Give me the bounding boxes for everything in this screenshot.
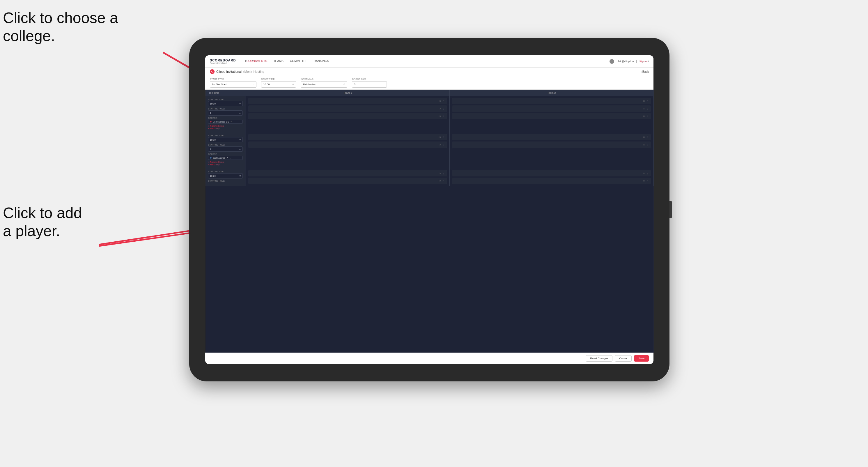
nav-link-tournaments[interactable]: TOURNAMENTS bbox=[242, 58, 270, 64]
player-slot[interactable]: ✕ ⋮ bbox=[452, 105, 651, 112]
starting-hole-value-1[interactable]: 1⌄ bbox=[208, 110, 243, 116]
group-1-left: STARTING TIME: 10:00⊙ STARTING HOLE: 1⌄ … bbox=[205, 96, 246, 132]
nav-link-rankings[interactable]: RANKINGS bbox=[311, 58, 332, 64]
player-slot[interactable]: ✕ ⋮ bbox=[248, 178, 447, 184]
th-tee-time: Tee Time bbox=[205, 90, 246, 96]
slot-more-icon[interactable]: ⋮ bbox=[646, 180, 649, 182]
slot-x-icon[interactable]: ✕ bbox=[439, 100, 441, 102]
slot-more-icon[interactable]: ⋮ bbox=[646, 144, 649, 146]
player-slot[interactable]: ✕ ⋮ bbox=[452, 142, 651, 148]
slot-x-icon[interactable]: ✕ bbox=[643, 172, 645, 175]
add-group-1[interactable]: + Add Group bbox=[208, 127, 243, 130]
player-slot[interactable]: ✕ ⋮ bbox=[452, 170, 651, 177]
slot-x-icon[interactable]: ✕ bbox=[439, 136, 441, 138]
cancel-button[interactable]: Cancel bbox=[615, 355, 632, 362]
player-slot[interactable]: ✕ ⋮ bbox=[248, 170, 447, 177]
slot-x-icon[interactable]: ✕ bbox=[643, 100, 645, 102]
tablet-screen: SCOREBOARD Powered by clippd TOURNAMENTS… bbox=[205, 55, 653, 364]
slot-x-icon[interactable]: ✕ bbox=[439, 107, 441, 110]
table-body: STARTING TIME: 10:00⊙ STARTING HOLE: 1⌄ … bbox=[205, 96, 653, 352]
tournament-name: Clippd Invitational bbox=[216, 70, 242, 73]
intervals-label: Intervals bbox=[301, 78, 347, 80]
add-group-2[interactable]: + Add Group bbox=[208, 164, 243, 166]
start-type-select[interactable]: 1st Tee Start ⌄ bbox=[210, 81, 256, 88]
course-tag-2[interactable]: ◉ East Lake GC ✕ ⌄ bbox=[208, 156, 243, 160]
player-slot[interactable]: ✕ ⋮ bbox=[248, 134, 447, 140]
starting-time-value-2[interactable]: 10:10⊙ bbox=[208, 137, 243, 143]
slot-more-icon[interactable]: ⋮ bbox=[646, 115, 649, 118]
slot-x-icon[interactable]: ✕ bbox=[439, 180, 441, 182]
starting-time-label-1: STARTING TIME: bbox=[208, 98, 243, 100]
player-slot[interactable]: ✕ ⋮ bbox=[452, 178, 651, 184]
group-size-label: Group Size bbox=[352, 78, 387, 80]
slot-x-icon[interactable]: ✕ bbox=[643, 136, 645, 138]
starting-time-value-1[interactable]: 10:00⊙ bbox=[208, 101, 243, 106]
starting-time-label-2: STARTING TIME: bbox=[208, 134, 243, 136]
slot-x-icon[interactable]: ✕ bbox=[643, 107, 645, 110]
annotation-choose-college: Click to choose a college. bbox=[3, 9, 118, 45]
starting-time-label-3: STARTING TIME: bbox=[208, 170, 243, 173]
main-content: Tee Time Team 1 Team 2 STARTING TIME: 10… bbox=[205, 90, 653, 364]
player-slot[interactable]: ✕ ⋮ bbox=[248, 105, 447, 112]
nav-link-committee[interactable]: COMMITTEE bbox=[287, 58, 310, 64]
nav-links: TOURNAMENTS TEAMS COMMITTEE RANKINGS bbox=[242, 58, 610, 64]
slot-x-icon[interactable]: ✕ bbox=[643, 115, 645, 118]
player-slot[interactable]: ✕ ⋮ bbox=[452, 134, 651, 140]
start-time-select[interactable]: 10:00 ⊙ bbox=[261, 81, 296, 88]
slot-more-icon[interactable]: ⋮ bbox=[442, 136, 445, 138]
slot-more-icon[interactable]: ⋮ bbox=[442, 144, 445, 146]
sign-out-link[interactable]: Sign out bbox=[639, 60, 649, 63]
brand: SCOREBOARD Powered by clippd bbox=[210, 59, 236, 64]
slot-x-icon[interactable]: ✕ bbox=[643, 180, 645, 182]
group-3-left: STARTING TIME: 10:20⊙ STARTING HOLE: bbox=[205, 168, 246, 186]
save-button[interactable]: Save bbox=[634, 355, 649, 362]
slot-more-icon[interactable]: ⋮ bbox=[442, 180, 445, 182]
back-button[interactable]: ‹ Back bbox=[641, 70, 649, 73]
slot-x-icon[interactable]: ✕ bbox=[439, 144, 441, 146]
reset-changes-button[interactable]: Reset Changes bbox=[586, 355, 613, 362]
player-slot[interactable]: ✕ ⋮ bbox=[248, 113, 447, 119]
settings-row: Start Type 1st Tee Start ⌄ Start Time 10… bbox=[205, 76, 653, 90]
group-1-team2: ✕ ⋮ ✕ ⋮ bbox=[450, 96, 653, 132]
player-slot[interactable]: ✕ ⋮ bbox=[452, 98, 651, 104]
slot-more-icon[interactable]: ⋮ bbox=[442, 107, 445, 110]
slot-more-icon[interactable]: ⋮ bbox=[646, 107, 649, 110]
tablet-frame: SCOREBOARD Powered by clippd TOURNAMENTS… bbox=[189, 38, 670, 381]
remove-group-2[interactable]: ○ Remove Group bbox=[208, 161, 243, 163]
group-2-team2: ✕ ⋮ ✕ ⋮ bbox=[450, 132, 653, 168]
tournament-gender: (Men) bbox=[243, 70, 252, 73]
slot-more-icon[interactable]: ⋮ bbox=[442, 100, 445, 102]
slot-more-icon[interactable]: ⋮ bbox=[646, 100, 649, 102]
player-slot[interactable]: ✕ ⋮ bbox=[452, 113, 651, 119]
slot-more-icon[interactable]: ⋮ bbox=[442, 115, 445, 118]
course-label-2: COURSE: bbox=[208, 153, 243, 155]
slot-more-icon[interactable]: ⋮ bbox=[646, 172, 649, 175]
th-team2: Team 2 bbox=[450, 90, 653, 96]
remove-group-1[interactable]: ○ Remove Group bbox=[208, 125, 243, 127]
start-time-group: Start Time 10:00 ⊙ bbox=[261, 78, 296, 88]
slot-more-icon[interactable]: ⋮ bbox=[646, 136, 649, 138]
starting-hole-label-1: STARTING HOLE: bbox=[208, 108, 243, 110]
starting-hole-label-2: STARTING HOLE: bbox=[208, 144, 243, 146]
slot-x-icon[interactable]: ✕ bbox=[439, 115, 441, 118]
slot-more-icon[interactable]: ⋮ bbox=[442, 172, 445, 175]
nav-link-teams[interactable]: TEAMS bbox=[271, 58, 286, 64]
starting-hole-value-2[interactable]: 1⌄ bbox=[208, 147, 243, 152]
th-team1: Team 1 bbox=[246, 90, 450, 96]
group-3-team2: ✕ ⋮ ✕ ⋮ bbox=[450, 168, 653, 186]
group-size-select[interactable]: 3 ⌄ bbox=[352, 81, 387, 88]
course-tag-1[interactable]: ◉ (A) Peachtree GC ✕ ⌄ bbox=[208, 120, 243, 124]
action-links-2: ○ Remove Group + Add Group bbox=[208, 161, 243, 166]
starting-time-value-3[interactable]: 10:20⊙ bbox=[208, 173, 243, 179]
nav-right: blair@clippd.io | Sign out bbox=[610, 59, 649, 64]
start-type-label: Start Type bbox=[210, 78, 256, 80]
player-slot[interactable]: ✕ ⋮ bbox=[248, 142, 447, 148]
course-label-1: COURSE: bbox=[208, 117, 243, 119]
hosting-badge: Hosting bbox=[253, 70, 264, 73]
slot-x-icon[interactable]: ✕ bbox=[643, 144, 645, 146]
action-links-1: ○ Remove Group + Add Group bbox=[208, 125, 243, 130]
intervals-select[interactable]: 10 Minutes ⊙ bbox=[301, 81, 347, 88]
player-slot[interactable]: ✕ ⋮ bbox=[248, 98, 447, 104]
slot-x-icon[interactable]: ✕ bbox=[439, 172, 441, 175]
sub-header: C Clippd Invitational (Men) Hosting ‹ Ba… bbox=[205, 67, 653, 76]
